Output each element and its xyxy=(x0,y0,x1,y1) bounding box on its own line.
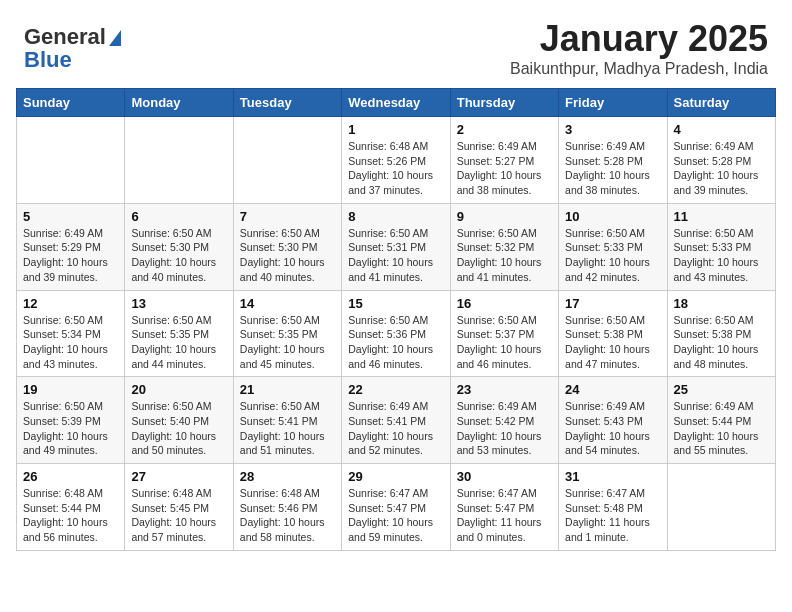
day-number: 8 xyxy=(348,209,443,224)
weekday-header: Monday xyxy=(125,89,233,117)
calendar-day-cell: 30Sunrise: 6:47 AMSunset: 5:47 PMDayligh… xyxy=(450,464,558,551)
day-number: 28 xyxy=(240,469,335,484)
logo: General Blue xyxy=(24,25,121,71)
calendar-day-cell: 16Sunrise: 6:50 AMSunset: 5:37 PMDayligh… xyxy=(450,290,558,377)
weekday-row: SundayMondayTuesdayWednesdayThursdayFrid… xyxy=(17,89,776,117)
day-info: Sunrise: 6:50 AMSunset: 5:33 PMDaylight:… xyxy=(565,226,660,285)
calendar-day-cell: 9Sunrise: 6:50 AMSunset: 5:32 PMDaylight… xyxy=(450,203,558,290)
weekday-header: Thursday xyxy=(450,89,558,117)
day-number: 21 xyxy=(240,382,335,397)
day-number: 7 xyxy=(240,209,335,224)
calendar-day-cell: 26Sunrise: 6:48 AMSunset: 5:44 PMDayligh… xyxy=(17,464,125,551)
calendar-table: SundayMondayTuesdayWednesdayThursdayFrid… xyxy=(16,88,776,551)
day-info: Sunrise: 6:50 AMSunset: 5:35 PMDaylight:… xyxy=(240,313,335,372)
day-number: 9 xyxy=(457,209,552,224)
logo-general-text: General xyxy=(24,24,106,49)
day-info: Sunrise: 6:49 AMSunset: 5:28 PMDaylight:… xyxy=(674,139,769,198)
day-number: 15 xyxy=(348,296,443,311)
calendar-day-cell: 8Sunrise: 6:50 AMSunset: 5:31 PMDaylight… xyxy=(342,203,450,290)
day-info: Sunrise: 6:50 AMSunset: 5:41 PMDaylight:… xyxy=(240,399,335,458)
calendar-day-cell: 1Sunrise: 6:48 AMSunset: 5:26 PMDaylight… xyxy=(342,117,450,204)
calendar-day-cell: 19Sunrise: 6:50 AMSunset: 5:39 PMDayligh… xyxy=(17,377,125,464)
calendar-day-cell xyxy=(125,117,233,204)
calendar-week-row: 12Sunrise: 6:50 AMSunset: 5:34 PMDayligh… xyxy=(17,290,776,377)
day-info: Sunrise: 6:47 AMSunset: 5:48 PMDaylight:… xyxy=(565,486,660,545)
day-info: Sunrise: 6:50 AMSunset: 5:32 PMDaylight:… xyxy=(457,226,552,285)
day-number: 2 xyxy=(457,122,552,137)
calendar-wrapper: SundayMondayTuesdayWednesdayThursdayFrid… xyxy=(0,88,792,567)
day-info: Sunrise: 6:50 AMSunset: 5:36 PMDaylight:… xyxy=(348,313,443,372)
weekday-header: Tuesday xyxy=(233,89,341,117)
day-number: 24 xyxy=(565,382,660,397)
day-number: 31 xyxy=(565,469,660,484)
day-info: Sunrise: 6:50 AMSunset: 5:34 PMDaylight:… xyxy=(23,313,118,372)
day-number: 27 xyxy=(131,469,226,484)
day-info: Sunrise: 6:50 AMSunset: 5:37 PMDaylight:… xyxy=(457,313,552,372)
day-info: Sunrise: 6:49 AMSunset: 5:44 PMDaylight:… xyxy=(674,399,769,458)
calendar-day-cell: 20Sunrise: 6:50 AMSunset: 5:40 PMDayligh… xyxy=(125,377,233,464)
day-info: Sunrise: 6:50 AMSunset: 5:38 PMDaylight:… xyxy=(674,313,769,372)
calendar-day-cell: 10Sunrise: 6:50 AMSunset: 5:33 PMDayligh… xyxy=(559,203,667,290)
location-subtitle: Baikunthpur, Madhya Pradesh, India xyxy=(510,60,768,78)
calendar-day-cell: 12Sunrise: 6:50 AMSunset: 5:34 PMDayligh… xyxy=(17,290,125,377)
calendar-week-row: 19Sunrise: 6:50 AMSunset: 5:39 PMDayligh… xyxy=(17,377,776,464)
weekday-header: Sunday xyxy=(17,89,125,117)
day-info: Sunrise: 6:50 AMSunset: 5:31 PMDaylight:… xyxy=(348,226,443,285)
day-number: 29 xyxy=(348,469,443,484)
day-info: Sunrise: 6:50 AMSunset: 5:33 PMDaylight:… xyxy=(674,226,769,285)
day-number: 30 xyxy=(457,469,552,484)
calendar-header: SundayMondayTuesdayWednesdayThursdayFrid… xyxy=(17,89,776,117)
calendar-day-cell: 25Sunrise: 6:49 AMSunset: 5:44 PMDayligh… xyxy=(667,377,775,464)
calendar-day-cell: 17Sunrise: 6:50 AMSunset: 5:38 PMDayligh… xyxy=(559,290,667,377)
calendar-day-cell: 22Sunrise: 6:49 AMSunset: 5:41 PMDayligh… xyxy=(342,377,450,464)
day-number: 26 xyxy=(23,469,118,484)
calendar-day-cell: 7Sunrise: 6:50 AMSunset: 5:30 PMDaylight… xyxy=(233,203,341,290)
calendar-day-cell: 18Sunrise: 6:50 AMSunset: 5:38 PMDayligh… xyxy=(667,290,775,377)
day-number: 11 xyxy=(674,209,769,224)
day-number: 3 xyxy=(565,122,660,137)
calendar-day-cell xyxy=(17,117,125,204)
month-title: January 2025 xyxy=(510,18,768,60)
day-info: Sunrise: 6:50 AMSunset: 5:39 PMDaylight:… xyxy=(23,399,118,458)
calendar-day-cell: 11Sunrise: 6:50 AMSunset: 5:33 PMDayligh… xyxy=(667,203,775,290)
day-number: 13 xyxy=(131,296,226,311)
day-number: 5 xyxy=(23,209,118,224)
day-number: 18 xyxy=(674,296,769,311)
calendar-day-cell: 3Sunrise: 6:49 AMSunset: 5:28 PMDaylight… xyxy=(559,117,667,204)
calendar-day-cell: 13Sunrise: 6:50 AMSunset: 5:35 PMDayligh… xyxy=(125,290,233,377)
calendar-day-cell: 2Sunrise: 6:49 AMSunset: 5:27 PMDaylight… xyxy=(450,117,558,204)
calendar-day-cell: 5Sunrise: 6:49 AMSunset: 5:29 PMDaylight… xyxy=(17,203,125,290)
day-number: 12 xyxy=(23,296,118,311)
day-info: Sunrise: 6:49 AMSunset: 5:41 PMDaylight:… xyxy=(348,399,443,458)
day-info: Sunrise: 6:49 AMSunset: 5:43 PMDaylight:… xyxy=(565,399,660,458)
day-info: Sunrise: 6:50 AMSunset: 5:40 PMDaylight:… xyxy=(131,399,226,458)
calendar-week-row: 26Sunrise: 6:48 AMSunset: 5:44 PMDayligh… xyxy=(17,464,776,551)
calendar-day-cell: 6Sunrise: 6:50 AMSunset: 5:30 PMDaylight… xyxy=(125,203,233,290)
day-number: 1 xyxy=(348,122,443,137)
day-info: Sunrise: 6:48 AMSunset: 5:44 PMDaylight:… xyxy=(23,486,118,545)
calendar-day-cell xyxy=(233,117,341,204)
day-number: 16 xyxy=(457,296,552,311)
calendar-week-row: 1Sunrise: 6:48 AMSunset: 5:26 PMDaylight… xyxy=(17,117,776,204)
calendar-day-cell: 21Sunrise: 6:50 AMSunset: 5:41 PMDayligh… xyxy=(233,377,341,464)
calendar-day-cell: 14Sunrise: 6:50 AMSunset: 5:35 PMDayligh… xyxy=(233,290,341,377)
day-info: Sunrise: 6:48 AMSunset: 5:45 PMDaylight:… xyxy=(131,486,226,545)
day-info: Sunrise: 6:49 AMSunset: 5:27 PMDaylight:… xyxy=(457,139,552,198)
title-block: January 2025 Baikunthpur, Madhya Pradesh… xyxy=(510,18,768,78)
logo-arrow-icon xyxy=(109,30,121,46)
calendar-body: 1Sunrise: 6:48 AMSunset: 5:26 PMDaylight… xyxy=(17,117,776,551)
day-number: 22 xyxy=(348,382,443,397)
calendar-day-cell: 23Sunrise: 6:49 AMSunset: 5:42 PMDayligh… xyxy=(450,377,558,464)
calendar-day-cell: 28Sunrise: 6:48 AMSunset: 5:46 PMDayligh… xyxy=(233,464,341,551)
day-info: Sunrise: 6:49 AMSunset: 5:28 PMDaylight:… xyxy=(565,139,660,198)
day-number: 6 xyxy=(131,209,226,224)
calendar-week-row: 5Sunrise: 6:49 AMSunset: 5:29 PMDaylight… xyxy=(17,203,776,290)
day-number: 19 xyxy=(23,382,118,397)
calendar-day-cell: 24Sunrise: 6:49 AMSunset: 5:43 PMDayligh… xyxy=(559,377,667,464)
weekday-header: Friday xyxy=(559,89,667,117)
calendar-day-cell: 29Sunrise: 6:47 AMSunset: 5:47 PMDayligh… xyxy=(342,464,450,551)
weekday-header: Wednesday xyxy=(342,89,450,117)
calendar-day-cell xyxy=(667,464,775,551)
day-number: 23 xyxy=(457,382,552,397)
day-number: 10 xyxy=(565,209,660,224)
